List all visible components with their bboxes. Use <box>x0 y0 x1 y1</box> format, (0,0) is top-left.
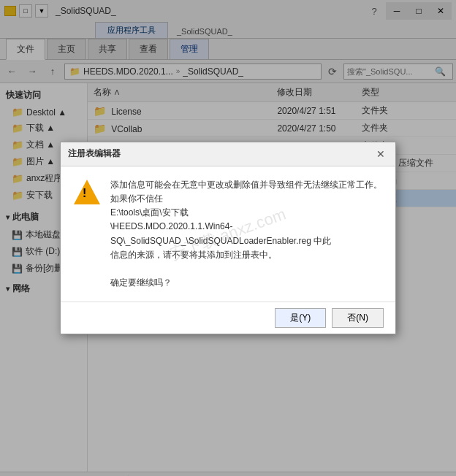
dialog-warning-icon: ! <box>72 178 102 207</box>
dialog-body: 安下载 anxz.com ! 添加信息可能会在无意中更改或删除值并导致组件无法继… <box>61 166 395 302</box>
dialog-close-button[interactable]: ✕ <box>373 147 388 161</box>
registry-editor-dialog: 注册表编辑器 ✕ 安下载 anxz.com ! 添加信息可能会在无意中更改或删除… <box>60 142 396 335</box>
warning-exclamation: ! <box>83 187 86 200</box>
dialog-overlay: 注册表编辑器 ✕ 安下载 anxz.com ! 添加信息可能会在无意中更改或删除… <box>0 0 456 476</box>
dialog-title-bar: 注册表编辑器 ✕ <box>61 142 395 166</box>
no-button[interactable]: 否(N) <box>332 308 384 328</box>
dialog-footer: 是(Y) 否(N) <box>61 302 395 334</box>
dialog-title-text: 注册表编辑器 <box>68 147 121 160</box>
yes-button[interactable]: 是(Y) <box>275 308 326 328</box>
dialog-text-content: 添加信息可能会在无意中更改或删除值并导致组件无法继续正常工作。如果你不信任 E:… <box>110 178 384 291</box>
